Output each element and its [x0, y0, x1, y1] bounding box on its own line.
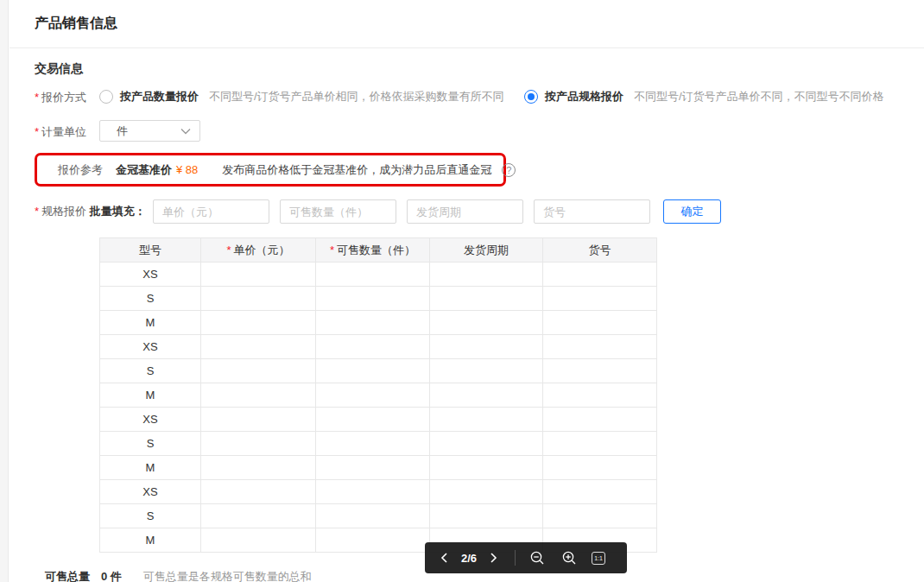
- quote-reference-callout: 报价参考 金冠基准价 ¥ 88 发布商品价格低于金冠基准价，成为潜力品后直通金冠…: [35, 153, 506, 187]
- radio-unchecked-icon: [99, 90, 113, 104]
- cycle-cell[interactable]: [430, 287, 543, 311]
- cycle-cell[interactable]: [430, 456, 543, 480]
- quantity-cell[interactable]: [316, 287, 430, 311]
- reference-desc: 发布商品价格低于金冠基准价，成为潜力品后直通金冠: [222, 162, 491, 178]
- table-row: XS: [100, 335, 657, 359]
- quantity-cell[interactable]: [316, 408, 430, 432]
- itemno-cell[interactable]: [543, 408, 657, 432]
- model-cell: XS: [100, 408, 201, 432]
- zoom-out-icon: [529, 550, 545, 566]
- price-cell[interactable]: [201, 287, 316, 311]
- quantity-cell[interactable]: [316, 335, 430, 359]
- model-cell: S: [100, 359, 201, 383]
- unit-select-value: 件: [117, 123, 128, 139]
- radio-quote-by-spec[interactable]: 按产品规格报价 不同型号/订货号产品单价不同，不同型号不同价格: [524, 89, 884, 104]
- zoom-out-button[interactable]: [529, 550, 545, 566]
- zoom-in-button[interactable]: [561, 550, 577, 566]
- page-indicator: 2/6: [461, 552, 477, 565]
- col-header-quantity: *可售数量（件）: [316, 238, 430, 263]
- required-asterisk: *: [35, 125, 39, 138]
- batch-itemno-input[interactable]: [534, 199, 650, 224]
- next-page-button[interactable]: [488, 552, 499, 564]
- col-header-price: *单价（元）: [201, 238, 316, 263]
- quantity-cell[interactable]: [316, 383, 430, 408]
- quantity-cell[interactable]: [316, 480, 430, 504]
- itemno-cell[interactable]: [543, 359, 657, 383]
- quote-method-row: *报价方式 按产品数量报价 不同型号/订货号产品单价相同，价格依据采购数量有所不…: [35, 90, 898, 105]
- actual-size-icon[interactable]: 1:1: [592, 552, 605, 565]
- price-cell[interactable]: [201, 263, 316, 287]
- quantity-cell[interactable]: [316, 528, 430, 553]
- model-cell: M: [100, 311, 201, 335]
- itemno-cell[interactable]: [543, 432, 657, 456]
- quantity-cell[interactable]: [316, 359, 430, 383]
- prev-page-button[interactable]: [439, 552, 450, 564]
- table-row: XS: [100, 263, 657, 287]
- quantity-cell[interactable]: [316, 311, 430, 335]
- model-cell: S: [100, 432, 201, 456]
- help-icon[interactable]: ?: [502, 163, 516, 177]
- spec-price-table: 型号 *单价（元） *可售数量（件） 发货周期 货号 XS S M XS S M…: [99, 237, 657, 553]
- table-row: M: [100, 311, 657, 335]
- price-cell[interactable]: [201, 408, 316, 432]
- cycle-cell[interactable]: [430, 359, 543, 383]
- required-asterisk: *: [35, 91, 39, 104]
- itemno-cell[interactable]: [543, 456, 657, 480]
- itemno-cell[interactable]: [543, 263, 657, 287]
- cycle-cell[interactable]: [430, 263, 543, 287]
- model-cell: S: [100, 287, 201, 311]
- itemno-cell[interactable]: [543, 480, 657, 504]
- quantity-cell[interactable]: [316, 432, 430, 456]
- radio-option-label: 按产品规格报价: [545, 89, 623, 104]
- itemno-cell[interactable]: [543, 335, 657, 359]
- itemno-cell[interactable]: [543, 504, 657, 528]
- zoom-in-icon: [561, 550, 577, 566]
- table-row: S: [100, 359, 657, 383]
- quantity-cell[interactable]: [316, 504, 430, 528]
- section-title-transaction: 交易信息: [35, 61, 83, 77]
- total-value: 0 件: [101, 569, 122, 582]
- model-cell: XS: [100, 263, 201, 287]
- price-cell[interactable]: [201, 359, 316, 383]
- cycle-cell[interactable]: [430, 504, 543, 528]
- model-cell: XS: [100, 480, 201, 504]
- quantity-cell[interactable]: [316, 456, 430, 480]
- itemno-cell[interactable]: [543, 383, 657, 408]
- cycle-cell[interactable]: [430, 311, 543, 335]
- price-cell[interactable]: [201, 504, 316, 528]
- batch-quantity-input[interactable]: [280, 199, 396, 224]
- batch-fill-row: *规格报价 批量填充： 确定: [35, 199, 721, 224]
- total-label: 可售总量: [45, 569, 90, 582]
- cycle-cell[interactable]: [430, 432, 543, 456]
- itemno-cell[interactable]: [543, 287, 657, 311]
- price-cell[interactable]: [201, 335, 316, 359]
- price-cell[interactable]: [201, 383, 316, 408]
- benchmark-price-value: ¥ 88: [176, 163, 198, 176]
- cycle-cell[interactable]: [430, 408, 543, 432]
- model-cell: S: [100, 504, 201, 528]
- model-cell: M: [100, 383, 201, 408]
- radio-option-label: 按产品数量报价: [120, 89, 199, 104]
- model-cell: M: [100, 528, 201, 553]
- total-hint: 可售总量是各规格可售数量的总和: [143, 569, 312, 582]
- quantity-cell[interactable]: [316, 263, 430, 287]
- toolbar-divider: [515, 550, 516, 566]
- radio-option-desc: 不同型号/订货号产品单价不同，不同型号不同价格: [634, 89, 884, 104]
- table-row: S: [100, 287, 657, 311]
- price-cell[interactable]: [201, 528, 316, 553]
- radio-quote-by-quantity[interactable]: 按产品数量报价 不同型号/订货号产品单价相同，价格依据采购数量有所不同: [99, 89, 504, 104]
- batch-cycle-input[interactable]: [407, 199, 523, 224]
- unit-select[interactable]: 件: [99, 120, 200, 142]
- required-asterisk: *: [226, 244, 231, 256]
- cycle-cell[interactable]: [430, 480, 543, 504]
- confirm-button[interactable]: 确定: [663, 199, 721, 224]
- price-cell[interactable]: [201, 456, 316, 480]
- price-cell[interactable]: [201, 432, 316, 456]
- itemno-cell[interactable]: [543, 311, 657, 335]
- cycle-cell[interactable]: [430, 383, 543, 408]
- batch-price-input[interactable]: [153, 199, 269, 224]
- chevron-left-icon: [439, 552, 450, 564]
- price-cell[interactable]: [201, 480, 316, 504]
- cycle-cell[interactable]: [430, 335, 543, 359]
- price-cell[interactable]: [201, 311, 316, 335]
